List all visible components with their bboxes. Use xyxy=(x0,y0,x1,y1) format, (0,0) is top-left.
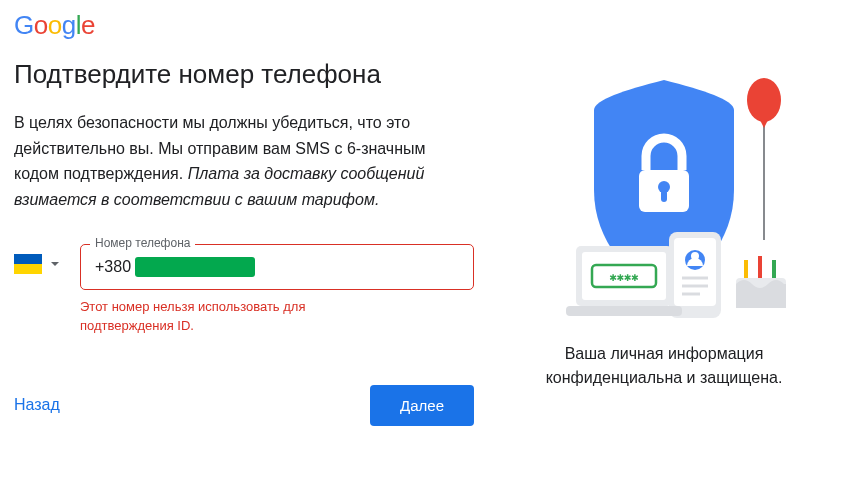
svg-point-3 xyxy=(747,78,781,122)
svg-rect-0 xyxy=(14,254,42,264)
privacy-illustration: ✱✱✱✱ xyxy=(514,60,814,330)
google-logo: Google xyxy=(14,10,474,41)
logo-char: o xyxy=(34,10,48,40)
svg-rect-10 xyxy=(772,260,776,278)
page-description: В целях безопасности мы должны убедиться… xyxy=(14,110,474,212)
back-button[interactable]: Назад xyxy=(14,396,60,414)
phone-field-label: Номер телефона xyxy=(90,236,195,250)
chevron-down-icon xyxy=(50,259,60,269)
flag-ukraine-icon xyxy=(14,254,42,274)
phone-input[interactable] xyxy=(80,244,474,290)
phone-error-message: Этот номер нельзя использовать для подтв… xyxy=(80,298,400,334)
svg-rect-8 xyxy=(744,260,748,278)
svg-rect-20 xyxy=(566,306,682,316)
privacy-caption: Ваша личная информация конфиденциальна и… xyxy=(504,342,824,390)
logo-char: e xyxy=(81,10,95,40)
next-button[interactable]: Далее xyxy=(370,385,474,426)
svg-rect-9 xyxy=(758,256,762,278)
logo-char: g xyxy=(62,10,76,40)
svg-rect-1 xyxy=(14,264,42,274)
svg-rect-12 xyxy=(674,238,716,306)
phone-field-wrapper: Номер телефона Этот номер нельзя использ… xyxy=(80,244,474,334)
logo-char: G xyxy=(14,10,34,40)
page-title: Подтвердите номер телефона xyxy=(14,59,474,90)
logo-char: o xyxy=(48,10,62,40)
svg-rect-6 xyxy=(661,190,667,202)
country-selector[interactable] xyxy=(14,240,60,274)
svg-text:✱✱✱✱: ✱✱✱✱ xyxy=(610,270,639,284)
